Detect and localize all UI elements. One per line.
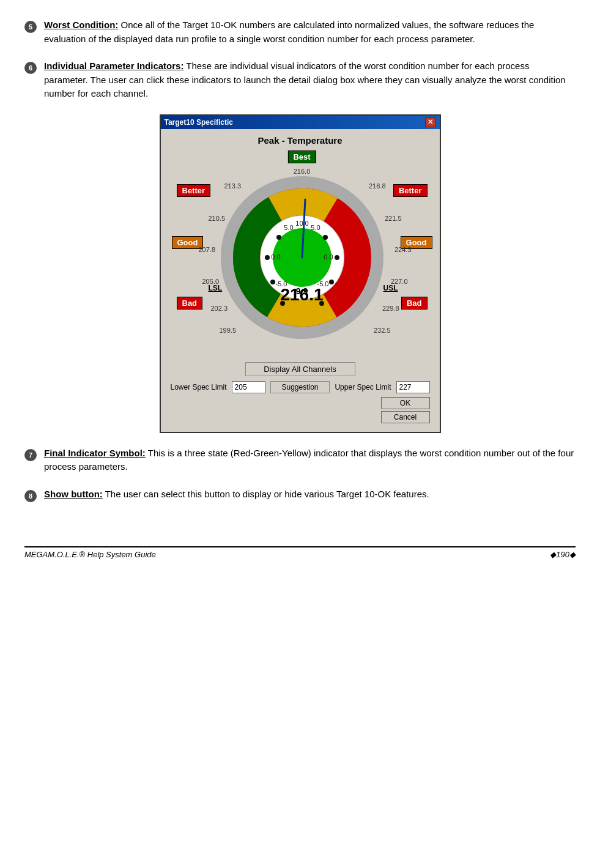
- item-desc-5: Once all of the Target 10-OK numbers are…: [44, 20, 534, 44]
- ok-cancel-area: OK Cancel: [171, 397, 430, 423]
- scale-ml1: 207.8: [199, 246, 216, 253]
- dialog-controls: Display All Channels Lower Spec Limit Su…: [171, 362, 430, 423]
- item-label-7: Final Indicator Symbol:: [44, 448, 146, 458]
- item-num-5: 5: [24, 18, 44, 33]
- item-num-6: 6: [24, 59, 44, 74]
- tick-ml: [265, 255, 270, 260]
- display-all-channels-button[interactable]: Display All Channels: [245, 362, 355, 376]
- item-8: 8 Show button: The user can select this …: [24, 488, 576, 502]
- upper-spec-label: Upper Spec Limit: [335, 383, 391, 391]
- content-area: 5 Worst Condition: Once all of the Targe…: [24, 12, 576, 522]
- scale-tl2: 210.5: [209, 215, 226, 222]
- scale-bl1: 202.3: [211, 305, 228, 312]
- scale-top-inner: 10.0: [295, 220, 308, 227]
- ok-button[interactable]: OK: [381, 397, 430, 409]
- tick-br: [329, 280, 334, 284]
- lower-spec-label: Lower Spec Limit: [171, 383, 227, 391]
- item-num-7: 7: [24, 447, 44, 461]
- item-label-6: Individual Parameter Indicators:: [44, 61, 183, 71]
- item-label-8: Show button:: [44, 489, 103, 499]
- item-5: 5 Worst Condition: Once all of the Targe…: [24, 18, 576, 46]
- item-desc-8: The user can select this button to displ…: [103, 489, 429, 499]
- circle-5: 5: [24, 21, 37, 33]
- footer: MEGAM.O.L.E.® Help System Guide ◆190◆: [24, 546, 576, 559]
- scale-mr2: 227.0: [391, 278, 408, 285]
- dialog-close-button[interactable]: ✕: [425, 117, 436, 127]
- scale-tr1: 5.0: [311, 224, 320, 231]
- footer-left: MEGAM.O.L.E.® Help System Guide: [24, 550, 156, 559]
- dialog-title: Target10 Specifictic: [165, 118, 234, 127]
- gauge-svg-wrap: 5.0 0.0 -5.0 5.0 0.0 -5.0 10.0: [171, 150, 434, 358]
- scale-tr2: 221.5: [385, 215, 402, 222]
- gauge-svg: 5.0 0.0 -5.0 5.0 0.0 -5.0 10.0: [210, 163, 394, 346]
- cancel-button[interactable]: Cancel: [381, 411, 430, 423]
- gauge-area: Best Better Better Good Good Bad Bad LSL…: [171, 150, 434, 358]
- footer-right: ◆190◆: [550, 550, 576, 559]
- item-label-5: Worst Condition:: [44, 20, 118, 30]
- scale-tl1: 5.0: [284, 224, 293, 231]
- scale-ml2: 205.0: [202, 278, 220, 285]
- item-7: 7 Final Indicator Symbol: This is a thre…: [24, 447, 576, 474]
- suggestion-button[interactable]: Suggestion: [270, 381, 330, 393]
- scale-br1: 229.8: [382, 305, 399, 312]
- item-text-8: Show button: The user can select this bu…: [44, 488, 576, 502]
- item-text-5: Worst Condition: Once all of the Target …: [44, 18, 576, 46]
- scale-mr1: 0.0: [324, 253, 333, 261]
- scale-br2: 232.5: [374, 327, 391, 334]
- scale-ml1: 0.0: [271, 253, 280, 261]
- circle-6: 6: [24, 62, 37, 74]
- scale-tr1: 218.8: [369, 182, 386, 190]
- tick-tl: [276, 235, 281, 240]
- center-val: 216.1: [280, 285, 323, 305]
- scale-tl1: 213.3: [224, 182, 242, 190]
- item-6: 6 Individual Parameter Indicators: These…: [24, 59, 576, 101]
- upper-spec-input[interactable]: [396, 381, 430, 393]
- dialog-container: Target10 Specifictic ✕ Peak - Temperatur…: [24, 114, 576, 433]
- scale-mr1: 224.3: [394, 246, 412, 253]
- tick-bl: [270, 280, 275, 284]
- scale-top: 216.0: [294, 168, 311, 175]
- circle-8: 8: [24, 490, 37, 502]
- scale-bl2: 199.5: [220, 327, 237, 334]
- dialog-titlebar: Target10 Specifictic ✕: [161, 116, 440, 129]
- gauge-title: Peak - Temperature: [171, 135, 430, 146]
- spec-row: Lower Spec Limit Suggestion Upper Spec L…: [171, 381, 430, 393]
- lower-spec-input[interactable]: [232, 381, 265, 393]
- tick-tr: [323, 235, 328, 240]
- tick-mr: [335, 255, 339, 260]
- item-text-7: Final Indicator Symbol: This is a three …: [44, 447, 576, 474]
- item-text-6: Individual Parameter Indicators: These a…: [44, 59, 576, 101]
- item-num-8: 8: [24, 488, 44, 502]
- dialog-box: Target10 Specifictic ✕ Peak - Temperatur…: [160, 114, 441, 433]
- circle-7: 7: [24, 449, 37, 461]
- dialog-body: Peak - Temperature Best Better Better Go…: [161, 129, 440, 432]
